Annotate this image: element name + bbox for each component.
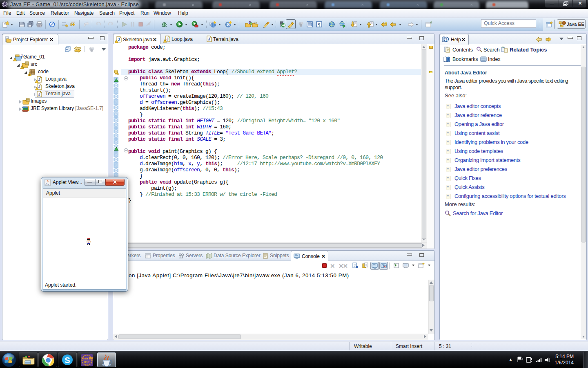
svg-text:S: S bbox=[227, 22, 230, 27]
svg-text:S: S bbox=[65, 356, 70, 365]
svg-text:?: ? bbox=[445, 38, 448, 42]
svg-text:J: J bbox=[38, 92, 40, 97]
svg-text:Java EE: Java EE bbox=[81, 357, 94, 360]
svg-text:!: ! bbox=[29, 73, 30, 76]
svg-text:!: ! bbox=[22, 66, 22, 69]
svg-text:J: J bbox=[208, 37, 210, 42]
svg-text:¶: ¶ bbox=[318, 22, 321, 27]
svg-text:!: ! bbox=[14, 58, 15, 61]
svg-text:IDE: IDE bbox=[84, 360, 90, 364]
svg-text:J: J bbox=[21, 54, 22, 58]
